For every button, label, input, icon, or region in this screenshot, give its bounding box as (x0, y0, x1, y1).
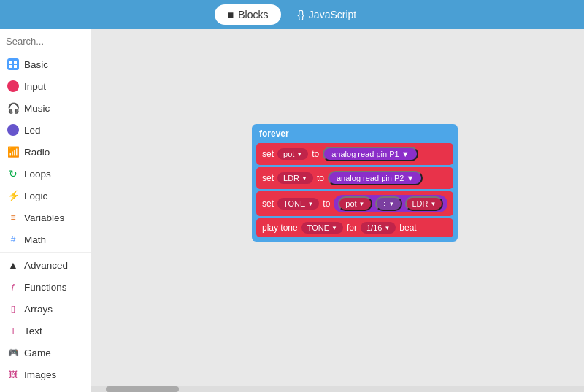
led-icon (7, 124, 19, 136)
blocks-icon: ■ (228, 9, 234, 20)
sidebar-item-radio[interactable]: 📶 Radio (0, 141, 91, 163)
tone-var-dropdown[interactable]: TONE (301, 222, 343, 234)
to-label-1: to (312, 149, 319, 159)
sidebar-item-images[interactable]: 🖼 Images (0, 364, 91, 385)
ldr-dropdown[interactable]: LDR (277, 172, 313, 184)
header: ■ Blocks {} JavaScript (0, 0, 584, 29)
block-row-1[interactable]: set pot to analog read pin P1 ▼ (256, 143, 453, 165)
sidebar-label-arrays: Arrays (24, 304, 53, 315)
inner-blocks: set pot to analog read pin P1 ▼ set LDR … (256, 143, 453, 237)
sidebar-label-images: Images (24, 369, 56, 380)
sidebar-label-input: Input (24, 81, 46, 92)
horizontal-scrollbar[interactable] (91, 386, 584, 392)
images-icon: 🖼 (7, 369, 19, 380)
pot-dropdown-1[interactable]: pot (277, 148, 308, 160)
forever-label: forever (256, 127, 453, 140)
javascript-tab[interactable]: {} JavaScript (284, 4, 369, 25)
forever-block-container: forever set pot to analog read pin P1 ▼ … (252, 124, 458, 242)
sidebar-label-functions: Functions (24, 282, 67, 293)
sidebar-item-music[interactable]: 🎧 Music (0, 97, 91, 119)
to-label-3: to (323, 199, 330, 209)
sidebar-label-game: Game (24, 347, 51, 358)
sidebar-item-basic[interactable]: Basic (0, 53, 91, 75)
analog-read-pin-2[interactable]: analog read pin P2 ▼ (328, 171, 423, 185)
sidebar-item-functions[interactable]: ƒ Functions (0, 276, 91, 298)
play-tone-label: play tone (262, 223, 298, 233)
svg-rect-0 (9, 61, 12, 64)
sidebar-item-pins[interactable]: ⊙ Pins (0, 385, 91, 392)
math-expression[interactable]: pot ÷ LDR (334, 195, 447, 212)
set-label-3: set (262, 199, 274, 209)
sidebar-label-radio: Radio (24, 147, 50, 158)
ldr-val[interactable]: LDR (405, 196, 444, 211)
logic-icon: ⚡ (7, 190, 19, 201)
math-icon: # (7, 234, 19, 245)
main-layout: 🔍 Basic Input 🎧 Music Led 📶 Radio (0, 29, 584, 392)
sidebar-label-advanced: Advanced (24, 260, 68, 271)
sidebar-label-logic: Logic (24, 191, 47, 201)
pot-val[interactable]: pot (338, 196, 372, 211)
loops-icon: ↻ (7, 168, 19, 180)
sidebar-label-variables: Variables (24, 212, 64, 223)
search-bar: 🔍 (0, 29, 91, 53)
analog-read-pin-1[interactable]: analog read pin P1 ▼ (323, 147, 418, 161)
block-canvas[interactable]: forever set pot to analog read pin P1 ▼ … (91, 29, 584, 392)
svg-rect-2 (9, 65, 12, 68)
for-label: for (347, 223, 357, 233)
text-icon: T (7, 325, 19, 337)
sidebar: 🔍 Basic Input 🎧 Music Led 📶 Radio (0, 29, 91, 392)
sidebar-item-input[interactable]: Input (0, 75, 91, 97)
sidebar-item-advanced[interactable]: ▲ Advanced (0, 254, 91, 276)
scrollbar-thumb[interactable] (106, 386, 179, 392)
game-icon: 🎮 (7, 347, 19, 358)
sidebar-label-music: Music (24, 103, 50, 114)
block-row-2[interactable]: set LDR to analog read pin P2 ▼ (256, 167, 453, 189)
sidebar-label-loops: Loops (24, 169, 51, 180)
sidebar-item-led[interactable]: Led (0, 119, 91, 141)
music-icon: 🎧 (7, 102, 19, 114)
advanced-icon: ▲ (7, 259, 19, 271)
forever-block[interactable]: forever set pot to analog read pin P1 ▼ … (252, 124, 458, 242)
beat-label: beat (399, 223, 416, 233)
block-row-3[interactable]: set TONE to pot ÷ LDR (256, 191, 453, 216)
beat-dropdown[interactable]: 1/16 (361, 222, 396, 234)
functions-icon: ƒ (7, 281, 19, 293)
svg-rect-1 (14, 61, 17, 64)
basic-icon (7, 58, 19, 70)
svg-rect-3 (14, 65, 17, 68)
search-input[interactable] (6, 36, 91, 47)
sidebar-item-variables[interactable]: ≡ Variables (0, 207, 91, 228)
set-label-1: set (262, 149, 274, 159)
sidebar-label-math: Math (24, 234, 46, 245)
input-icon (7, 80, 19, 92)
block-row-4[interactable]: play tone TONE for 1/16 beat (256, 218, 453, 237)
sidebar-item-game[interactable]: 🎮 Game (0, 342, 91, 364)
to-label-2: to (317, 173, 324, 183)
sidebar-item-logic[interactable]: ⚡ Logic (0, 185, 91, 207)
blocks-tab[interactable]: ■ Blocks (215, 4, 282, 25)
tone-dropdown[interactable]: TONE (277, 198, 319, 210)
operator-dropdown[interactable]: ÷ (375, 196, 402, 211)
variables-icon: ≡ (7, 212, 19, 223)
sidebar-label-led: Led (24, 125, 41, 136)
set-label-2: set (262, 173, 274, 183)
sidebar-item-math[interactable]: # Math (0, 228, 91, 250)
sidebar-label-text: Text (24, 326, 42, 337)
sidebar-item-arrays[interactable]: [] Arrays (0, 298, 91, 320)
sidebar-label-basic: Basic (24, 59, 48, 70)
js-icon: {} (297, 9, 304, 20)
sidebar-item-text[interactable]: T Text (0, 320, 91, 342)
sidebar-item-loops[interactable]: ↻ Loops (0, 163, 91, 185)
arrays-icon: [] (7, 303, 19, 315)
radio-icon: 📶 (7, 146, 19, 158)
